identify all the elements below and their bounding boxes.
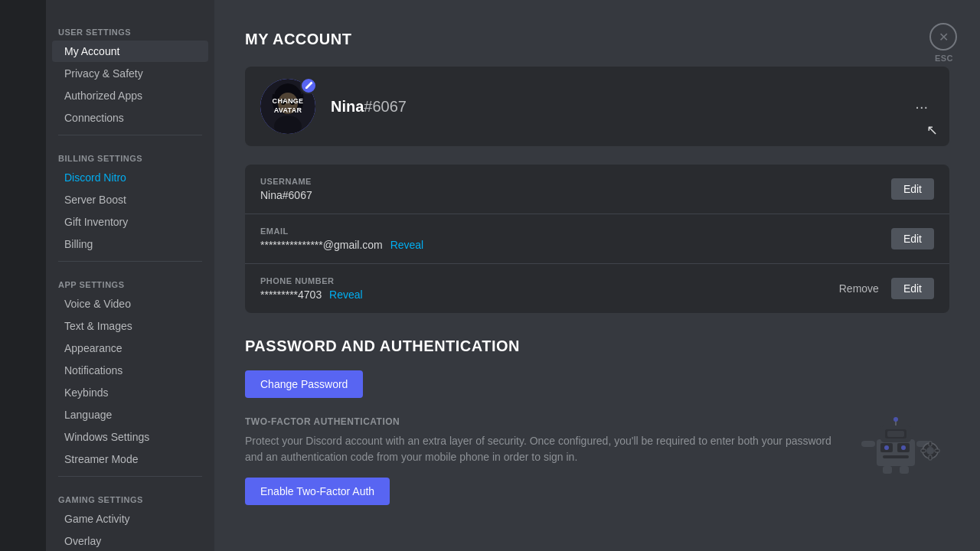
esc-label: ESC [935,54,953,63]
svg-rect-22 [887,431,904,437]
sidebar-section-app-settings: APP SETTINGS [46,268,214,292]
avatar-wrapper[interactable]: CHANGEAVATAR [260,79,315,134]
sidebar-divider-1 [58,135,202,135]
close-button[interactable]: ✕ [929,23,957,51]
page-title: MY ACCOUNT [245,31,949,48]
two-factor-text: TWO-FACTOR AUTHENTICATION Protect your D… [245,416,835,505]
svg-rect-19 [883,466,892,474]
svg-rect-28 [935,449,939,452]
svg-rect-27 [921,449,926,452]
phone-remove-button[interactable]: Remove [833,278,885,299]
sidebar-section-user-settings: USER SETTINGS [46,15,214,40]
cursor-decoration: ↖ [926,122,938,139]
phone-field-info: PHONE NUMBER *********4703 Reveal [260,276,833,301]
email-field-info: EMAIL ***************@gmail.com Reveal [260,227,891,251]
svg-rect-13 [883,455,909,458]
email-value: ***************@gmail.com Reveal [260,239,891,251]
email-field: EMAIL ***************@gmail.com Reveal E… [245,214,949,264]
account-fields: USERNAME Nina#6067 Edit EMAIL **********… [245,165,949,313]
profile-more-button[interactable]: ··· [909,96,934,117]
sidebar-item-authorized-apps[interactable]: Authorized Apps [52,85,208,106]
change-password-button[interactable]: Change Password [245,370,363,398]
svg-rect-17 [861,441,875,447]
username-field-info: USERNAME Nina#6067 [260,177,891,201]
two-factor-label: TWO-FACTOR AUTHENTICATION [245,416,835,427]
sidebar-item-language[interactable]: Language [52,404,208,425]
sidebar-item-game-activity[interactable]: Game Activity [52,508,208,530]
sidebar: USER SETTINGS My Account Privacy & Safet… [46,0,214,551]
sidebar-item-voice-video[interactable]: Voice & Video [52,293,208,315]
email-edit-button[interactable]: Edit [891,228,934,249]
sidebar-item-discord-nitro[interactable]: Discord Nitro [52,167,208,188]
main-content: MY ACCOUNT [214,0,980,551]
robot-illustration [858,416,949,481]
svg-point-24 [926,447,934,455]
two-factor-description: Protect your Discord account with an ext… [245,433,835,465]
sidebar-divider-2 [58,261,202,262]
username-field: USERNAME Nina#6067 Edit [245,165,949,214]
svg-rect-20 [900,466,909,474]
sidebar-item-overlay[interactable]: Overlay [52,530,208,551]
password-section-title: PASSWORD AND AUTHENTICATION [245,337,949,355]
svg-rect-25 [929,442,932,446]
svg-point-16 [893,417,898,422]
sidebar-item-keybinds[interactable]: Keybinds [52,382,208,403]
email-field-actions: Edit [891,228,934,249]
svg-point-11 [884,445,889,450]
sidebar-section-gaming-settings: GAMING SETTINGS [46,483,214,507]
email-reveal-link[interactable]: Reveal [390,239,424,251]
sidebar-item-privacy-safety[interactable]: Privacy & Safety [52,63,208,84]
username-label: USERNAME [260,177,891,186]
password-section: PASSWORD AND AUTHENTICATION Change Passw… [245,337,949,505]
profile-username: Nina#6067 [331,98,909,116]
sidebar-item-streamer-mode[interactable]: Streamer Mode [52,448,208,470]
sidebar-section-billing-settings: BILLING SETTINGS [46,142,214,166]
sidebar-item-notifications[interactable]: Notifications [52,360,208,381]
email-label: EMAIL [260,227,891,236]
phone-value: *********4703 Reveal [260,289,833,301]
username-field-actions: Edit [891,178,934,200]
phone-reveal-link[interactable]: Reveal [329,289,363,301]
profile-discriminator: #6067 [364,98,407,115]
phone-field-actions: Remove Edit [833,278,934,299]
two-factor-section: TWO-FACTOR AUTHENTICATION Protect your D… [245,416,949,505]
sidebar-item-billing[interactable]: Billing [52,233,208,255]
sidebar-item-my-account[interactable]: My Account [52,41,208,62]
svg-rect-26 [929,455,932,460]
sidebar-item-server-boost[interactable]: Server Boost [52,189,208,210]
avatar-edit-icon [300,77,317,94]
sidebar-item-gift-inventory[interactable]: Gift Inventory [52,211,208,233]
close-icon: ✕ [939,30,949,44]
sidebar-item-appearance[interactable]: Appearance [52,337,208,359]
phone-label: PHONE NUMBER [260,276,833,285]
enable-2fa-button[interactable]: Enable Two-Factor Auth [245,478,390,505]
svg-point-12 [901,445,906,450]
profile-card: CHANGEAVATAR Nina#6067 ··· ↖ [245,67,949,146]
sidebar-item-windows-settings[interactable]: Windows Settings [52,426,208,448]
phone-field: PHONE NUMBER *********4703 Reveal Remove… [245,264,949,313]
username-edit-button[interactable]: Edit [891,178,934,200]
sidebar-item-text-images[interactable]: Text & Images [52,315,208,337]
sidebar-divider-3 [58,476,202,477]
left-strip [0,0,46,551]
username-value: Nina#6067 [260,189,891,201]
sidebar-item-connections[interactable]: Connections [52,107,208,129]
phone-edit-button[interactable]: Edit [891,278,934,299]
